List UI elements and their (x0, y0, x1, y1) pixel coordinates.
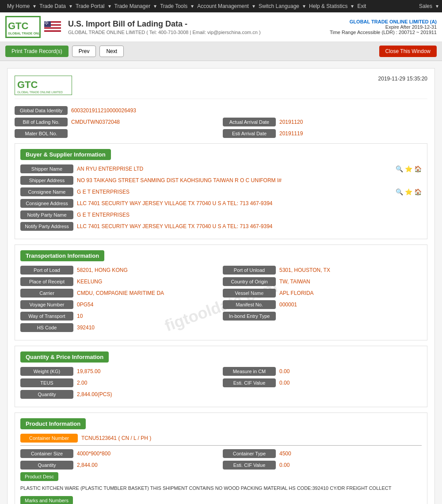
document-card: figtooldata.com GTC GLOBAL TRADE ONLINE … (7, 68, 435, 504)
carrier-value: CMDU, COMPAGNIE MARITIME DA (77, 290, 219, 296)
close-button-top[interactable]: Close This Window (379, 46, 437, 57)
svg-text:GLOBAL TRADE ONLINE LIMITED: GLOBAL TRADE ONLINE LIMITED (17, 91, 63, 94)
notify-party-address-value: LLC 7401 SECURITY WAY JERSEY VILLAGE TX … (77, 223, 422, 229)
transportation-section: Transportation Information Port of Load … (15, 244, 427, 340)
actual-arrival-value: 20191120 (279, 119, 427, 125)
nav-my-home[interactable]: My Home (4, 3, 33, 9)
nav-account-management[interactable]: Account Management (194, 3, 252, 9)
vessel-value: APL FLORIDA (279, 290, 422, 296)
way-of-transport-label: Way of Transport (20, 312, 73, 321)
buyer-supplier-header: Buyer & Supplier Information (20, 149, 111, 160)
prod-quantity-label: Quantity (20, 461, 73, 470)
voyage-field: Voyage Number 0PG54 (20, 300, 219, 309)
nav-trade-manager[interactable]: Trade Manager (111, 3, 154, 9)
voyage-label: Voyage Number (20, 300, 73, 309)
document-timestamp: 2019-11-29 15:35:20 (378, 76, 427, 82)
svg-point-12 (46, 23, 47, 23)
esti-cif-field: Esti. CIF Value 0.00 (223, 378, 422, 387)
shipper-home-icon[interactable]: 🏠 (414, 165, 422, 172)
actual-arrival-label: Actual Arrival Date (223, 118, 276, 126)
svg-point-9 (45, 22, 46, 23)
top-toolbar: Print Trade Record(s) Prev Next Close Th… (0, 42, 442, 61)
account-info: GLOBAL TRADE ONLINE LIMITED (A) Expire A… (330, 19, 437, 35)
prod-quantity-value: 2,844.00 (77, 462, 219, 468)
product-desc-value: PLASTIC KITCHEN WARE (PLASTIC TUMBLER BA… (20, 484, 422, 493)
next-button-top[interactable]: Next (99, 46, 124, 57)
page-header: GTC GLOBAL TRADE ONLINE LIMITED (0, 12, 442, 42)
weight-label: Weight (KG) (20, 367, 73, 376)
consignee-name-icons: 🔍 ⭐ 🏠 (396, 188, 422, 195)
inbond-label: In-bond Entry Type (223, 312, 276, 321)
shipper-address-value: NO 93 TAIKANG STREET SANMING DIST KAOHSI… (77, 177, 422, 183)
notify-party-address-label: Notify Party Address (20, 222, 73, 231)
shipper-search-icon[interactable]: 🔍 (396, 165, 403, 172)
esti-arrival-field: Esti Arrival Date 20191119 (223, 129, 427, 138)
nav-exit[interactable]: Exit (354, 3, 370, 9)
hs-code-row: HS Code 392410 (20, 323, 422, 332)
container-size-field: Container Size 4000*900*800 (20, 449, 219, 458)
shipper-name-field: AN RYU ENTERPRISE LTD 🔍 ⭐ 🏠 (77, 165, 422, 172)
page-title: U.S. Import Bill of Lading Data - (68, 19, 330, 29)
consignee-address-value: LLC 7401 SECURITY WAY JERSEY VILLAGE TX … (77, 200, 422, 206)
logo-area: GTC GLOBAL TRADE ONLINE LIMITED (5, 16, 61, 38)
product-info-header: Product Information (20, 418, 86, 429)
consignee-name-field: G E T ENTERPRISES 🔍 ⭐ 🏠 (77, 188, 422, 195)
svg-rect-7 (44, 29, 61, 30)
prod-esti-cif-value: 0.00 (279, 462, 422, 468)
nav-help-statistics[interactable]: Help & Statistics (305, 3, 351, 9)
expire-info: Expire After 2019-12-31 (330, 24, 437, 30)
shipper-address-row: Shipper Address NO 93 TAIKANG STREET SAN… (20, 176, 422, 185)
actual-arrival-field: Actual Arrival Date 20191120 (223, 118, 427, 126)
top-navigation: My Home▾ Trade Data▾ Trade Portal▾ Trade… (0, 0, 442, 12)
shipper-name-icons: 🔍 ⭐ 🏠 (396, 165, 422, 172)
master-bol-label: Mater BOL No. (15, 129, 68, 138)
shipper-name-label: Shipper Name (20, 164, 73, 173)
quantity-row: Quantity 2,844.00(PCS) (20, 390, 422, 399)
notify-party-name-value: G E T ENTERPRISES (77, 212, 422, 218)
quantity-value: 2,844.00(PCS) (77, 391, 422, 397)
nav-trade-tools[interactable]: Trade Tools (156, 3, 191, 9)
port-of-unload-field: Port of Unload 5301, HOUSTON, TX (223, 266, 422, 275)
country-of-origin-label: Country of Origin (223, 277, 276, 286)
consignee-home-icon[interactable]: 🏠 (414, 188, 422, 195)
port-of-unload-label: Port of Unload (223, 266, 276, 275)
teus-field: TEUS 2.00 (20, 378, 219, 387)
container-type-value: 4500 (279, 451, 422, 457)
teus-cif-row: TEUS 2.00 Esti. CIF Value 0.00 (20, 378, 422, 387)
consignee-search-icon[interactable]: 🔍 (396, 188, 403, 195)
svg-point-14 (46, 24, 47, 25)
prev-button-top[interactable]: Prev (72, 46, 96, 57)
way-of-transport-value: 10 (77, 313, 219, 319)
inbond-field: In-bond Entry Type (223, 312, 422, 321)
container-size-value: 4000*900*800 (77, 451, 219, 457)
master-bol-field: Mater BOL No. (15, 129, 219, 138)
way-of-transport-field: Way of Transport 10 (20, 312, 219, 321)
quantity-label: Quantity (20, 390, 73, 399)
shipper-star-icon[interactable]: ⭐ (405, 165, 412, 172)
consignee-star-icon[interactable]: ⭐ (405, 188, 412, 195)
esti-cif-label: Esti. CIF Value (223, 378, 276, 387)
place-of-receipt-value: KEELUNG (77, 279, 219, 285)
marks-label: Marks and Numbers (20, 496, 73, 504)
weight-value: 19,875.00 (77, 368, 219, 374)
carrier-field: Carrier CMDU, COMPAGNIE MARITIME DA (20, 289, 219, 298)
esti-arrival-value: 20191119 (279, 130, 427, 137)
teus-label: TEUS (20, 378, 73, 387)
print-button-top[interactable]: Print Trade Record(s) (5, 46, 69, 57)
container-type-field: Container Type 4500 (223, 449, 422, 458)
port-of-load-value: 58201, HONG KONG (77, 267, 219, 273)
container-number-label: Container Number (20, 434, 78, 443)
port-row: Port of Load 58201, HONG KONG Port of Un… (20, 266, 422, 275)
bol-field: Bill of Lading No. CMDUTWN0372048 (15, 118, 219, 126)
nav-sales[interactable]: Sales (415, 3, 436, 9)
nav-trade-data[interactable]: Trade Data (36, 3, 69, 9)
port-of-load-label: Port of Load (20, 266, 73, 275)
container-size-label: Container Size (20, 449, 73, 458)
nav-trade-portal[interactable]: Trade Portal (72, 3, 108, 9)
weight-measure-row: Weight (KG) 19,875.00 Measure in CM 0.00 (20, 367, 422, 376)
nav-switch-language[interactable]: Switch Language (255, 3, 303, 9)
manifest-field: Manifest No. 000001 (223, 300, 422, 309)
hs-code-value: 392410 (77, 325, 422, 331)
svg-text:GTC: GTC (17, 79, 38, 90)
master-bol-row: Mater BOL No. Esti Arrival Date 20191119 (15, 129, 427, 138)
